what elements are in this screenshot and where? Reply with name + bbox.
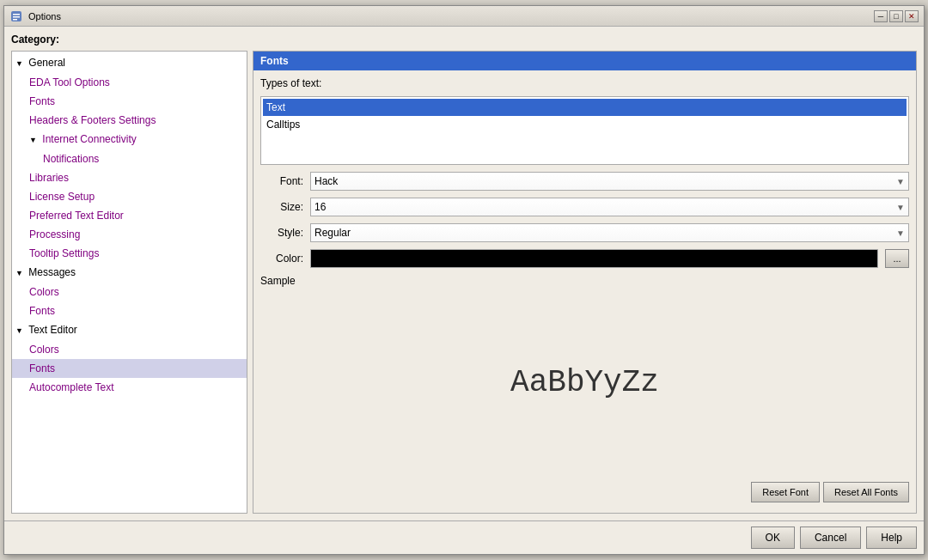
font-row: Font: Hack ▼ <box>260 172 909 191</box>
tree-label-processing: Processing <box>29 228 80 240</box>
color-box[interactable] <box>310 249 878 268</box>
tree-label-internet-connectivity: Internet Connectivity <box>42 133 136 145</box>
size-row: Size: 16 ▼ <box>260 198 909 216</box>
sample-label: Sample <box>260 275 909 287</box>
tree-item-eda-tool-options[interactable]: EDA Tool Options <box>12 73 247 92</box>
bottom-bar: OK Cancel Help <box>4 520 924 554</box>
size-label: Size: <box>260 201 303 213</box>
sample-text: AaBbYyZz <box>510 365 659 400</box>
tree-label-autocomplete-text: Autocomplete Text <box>29 381 114 393</box>
types-label: Types of text: <box>260 77 909 89</box>
ok-button[interactable]: OK <box>751 527 795 549</box>
sample-area: AaBbYyZz <box>260 294 909 472</box>
cancel-button[interactable]: Cancel <box>800 527 861 549</box>
style-dropdown[interactable]: Regular ▼ <box>310 223 909 242</box>
size-dropdown[interactable]: 16 ▼ <box>310 198 909 216</box>
tree-item-autocomplete-text[interactable]: Autocomplete Text <box>12 378 247 397</box>
options-window: Options ─ □ ✕ Category: ▼ General EDA To… <box>3 5 925 555</box>
tree-item-license-setup[interactable]: License Setup <box>12 187 247 206</box>
tree-item-text-editor[interactable]: ▼ Text Editor <box>12 320 247 340</box>
window-content: Category: ▼ General EDA Tool Options Fon… <box>4 27 924 520</box>
tree-label-messages: Messages <box>28 266 76 278</box>
tree-label-tooltip-settings: Tooltip Settings <box>29 247 99 259</box>
font-dropdown[interactable]: Hack ▼ <box>310 172 909 191</box>
size-value: 16 <box>314 201 326 213</box>
tree-item-preferred-text-editor[interactable]: Preferred Text Editor <box>12 206 247 225</box>
title-bar: Options ─ □ ✕ <box>4 6 924 27</box>
font-value: Hack <box>314 175 338 187</box>
types-list[interactable]: Text Calltips <box>260 96 909 165</box>
color-label: Color: <box>260 253 303 265</box>
tree-item-colors-text-editor[interactable]: Colors <box>12 340 247 359</box>
tree-item-internet-connectivity[interactable]: ▼ Internet Connectivity <box>12 130 247 149</box>
reset-font-button[interactable]: Reset Font <box>751 482 820 502</box>
help-button[interactable]: Help <box>866 527 917 549</box>
font-dropdown-arrow: ▼ <box>896 177 905 186</box>
tree-label-notifications: Notifications <box>43 153 99 165</box>
reset-all-fonts-button[interactable]: Reset All Fonts <box>823 482 909 502</box>
tree-item-messages[interactable]: ▼ Messages <box>12 263 247 283</box>
minimize-button[interactable]: ─ <box>874 10 888 22</box>
types-list-item-calltips[interactable]: Calltips <box>263 116 907 133</box>
tree-item-processing[interactable]: Processing <box>12 225 247 244</box>
tree-item-general[interactable]: ▼ General <box>12 53 247 73</box>
window-controls: ─ □ ✕ <box>874 10 919 22</box>
tree-label-general: General <box>28 57 65 69</box>
right-panel: Fonts Types of text: Text Calltips Font:… <box>253 51 917 514</box>
tree-label-text-editor: Text Editor <box>28 324 77 336</box>
size-dropdown-arrow: ▼ <box>896 203 905 212</box>
style-label: Style: <box>260 227 303 239</box>
tree-item-libraries[interactable]: Libraries <box>12 168 247 187</box>
window-title: Options <box>28 11 874 21</box>
tree-label-fonts-general: Fonts <box>29 95 55 107</box>
tree-label-libraries: Libraries <box>29 172 69 184</box>
tree-item-fonts-messages[interactable]: Fonts <box>12 301 247 320</box>
main-area: ▼ General EDA Tool Options Fonts Headers… <box>11 51 917 514</box>
tree-label-license-setup: License Setup <box>29 191 95 203</box>
tree-label-fonts-messages: Fonts <box>29 305 55 317</box>
panel-body: Types of text: Text Calltips Font: Hack … <box>253 70 916 513</box>
svg-rect-3 <box>13 19 17 21</box>
close-button[interactable]: ✕ <box>905 10 919 22</box>
tree-label-colors-messages: Colors <box>29 286 59 298</box>
color-picker-button[interactable]: ... <box>885 249 909 268</box>
tree-item-fonts-text-editor[interactable]: Fonts <box>12 359 247 378</box>
types-list-item-text[interactable]: Text <box>263 99 907 116</box>
arrow-messages: ▼ <box>15 265 26 281</box>
panel-header: Fonts <box>253 52 916 70</box>
arrow-internet: ▼ <box>29 132 40 148</box>
window-icon <box>9 9 23 23</box>
svg-rect-2 <box>13 16 20 18</box>
reset-row: Reset Font Reset All Fonts <box>260 478 909 506</box>
arrow-text-editor: ▼ <box>15 323 26 338</box>
arrow-general: ▼ <box>15 56 26 71</box>
svg-rect-1 <box>13 14 20 15</box>
tree-label-colors-text-editor: Colors <box>29 344 59 356</box>
tree-item-tooltip-settings[interactable]: Tooltip Settings <box>12 244 247 263</box>
tree-item-fonts-general[interactable]: Fonts <box>12 92 247 111</box>
tree-label-preferred-text-editor: Preferred Text Editor <box>29 210 124 222</box>
style-row: Style: Regular ▼ <box>260 223 909 242</box>
maximize-button[interactable]: □ <box>889 10 903 22</box>
font-label: Font: <box>260 175 303 187</box>
tree-item-headers-footers[interactable]: Headers & Footers Settings <box>12 111 247 130</box>
category-tree[interactable]: ▼ General EDA Tool Options Fonts Headers… <box>11 51 247 514</box>
tree-label-headers-footers: Headers & Footers Settings <box>29 114 156 126</box>
style-value: Regular <box>314 227 351 239</box>
tree-item-colors-messages[interactable]: Colors <box>12 283 247 301</box>
tree-label-eda-tool-options: EDA Tool Options <box>29 76 110 88</box>
color-row: Color: ... <box>260 249 909 268</box>
style-dropdown-arrow: ▼ <box>896 228 905 238</box>
tree-item-notifications[interactable]: Notifications <box>12 149 247 168</box>
tree-label-fonts-text-editor: Fonts <box>29 362 55 374</box>
category-label: Category: <box>11 33 917 46</box>
